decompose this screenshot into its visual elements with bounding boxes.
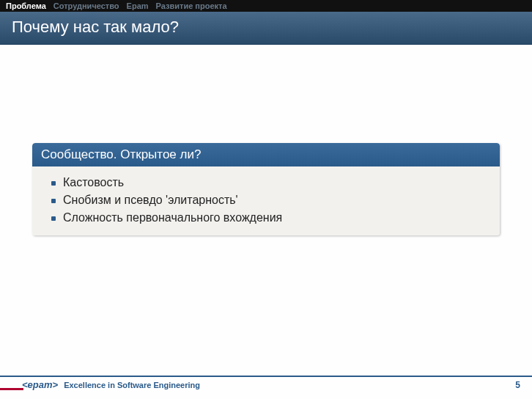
footer-tagline: Excellence in Software Engineering <box>64 381 200 389</box>
block-body: Кастовость Снобизм и псевдо 'элитарность… <box>32 166 500 235</box>
progress-indicator <box>0 388 23 390</box>
nav-item[interactable]: Развитие проекта <box>156 1 227 10</box>
slide-content: Сообщество. Открытое ли? Кастовость Сноб… <box>32 143 500 235</box>
page-number: 5 <box>515 380 520 390</box>
epam-logo: <epam> <box>22 379 58 390</box>
nav-item-active[interactable]: Проблема <box>6 1 46 10</box>
slide-title: Почему нас так мало? <box>0 12 532 45</box>
nav-item[interactable]: Epam <box>127 1 149 10</box>
info-block: Сообщество. Открытое ли? Кастовость Сноб… <box>32 143 500 235</box>
list-item: Кастовость <box>47 174 485 191</box>
list-item: Снобизм и псевдо 'элитарность' <box>47 191 485 209</box>
section-nav: Проблема Сотрудничество Epam Развитие пр… <box>0 0 532 12</box>
nav-item[interactable]: Сотрудничество <box>53 1 119 10</box>
slide-footer: <epam> Excellence in Software Engineerin… <box>0 376 532 390</box>
list-item: Сложность первоначального вхождения <box>47 209 485 227</box>
block-title: Сообщество. Открытое ли? <box>32 143 500 166</box>
